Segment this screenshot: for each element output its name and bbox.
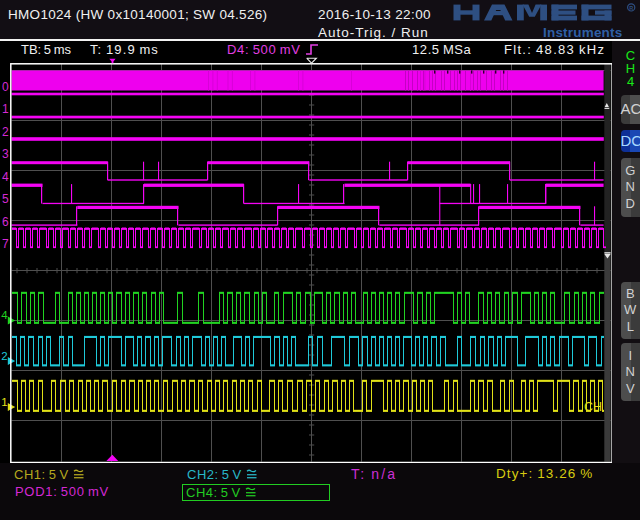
svg-text:3: 3 (2, 147, 9, 161)
svg-text:7: 7 (2, 237, 9, 251)
svg-text:2: 2 (1, 350, 7, 362)
svg-text:0: 0 (2, 80, 9, 94)
svg-text:1: 1 (2, 102, 9, 116)
svg-text:4: 4 (1, 309, 8, 321)
svg-text:6: 6 (2, 215, 9, 229)
svg-text:1: 1 (1, 396, 7, 408)
svg-text:5: 5 (2, 192, 9, 206)
svg-text:2: 2 (2, 125, 9, 139)
svg-text:CH: CH (584, 400, 602, 414)
svg-text:4: 4 (2, 170, 9, 184)
